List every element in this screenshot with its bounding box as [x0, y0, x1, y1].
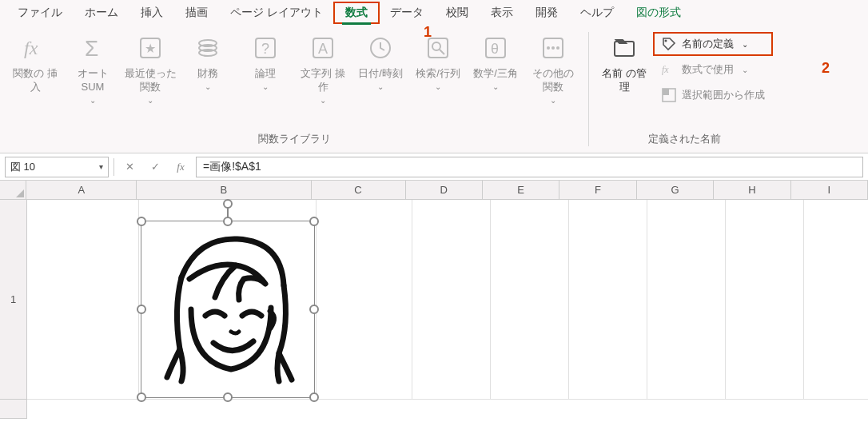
logical-button[interactable]: ? 論理 ⌄: [237, 30, 294, 94]
svg-text:fx: fx: [24, 38, 38, 58]
rotate-handle[interactable]: [223, 199, 233, 209]
resize-handle-ne[interactable]: [309, 217, 319, 226]
menu-help[interactable]: ヘルプ: [569, 2, 625, 23]
cell[interactable]: [27, 200, 139, 400]
menubar: ファイル ホーム 挿入 描画 ページ レイアウト 数式 データ 校閲 表示 開発…: [0, 0, 868, 26]
col-header-H[interactable]: H: [714, 181, 790, 200]
search-icon: [424, 34, 452, 62]
tag-card-icon: [610, 34, 639, 62]
col-header-A[interactable]: A: [26, 181, 137, 200]
name-box[interactable]: 図 10 ▾: [5, 157, 109, 177]
menu-page-layout[interactable]: ページ レイアウト: [219, 2, 334, 23]
col-header-B[interactable]: B: [137, 181, 311, 200]
cell[interactable]: [491, 200, 569, 400]
group-function-library-label: 関数ライブラリ: [6, 129, 582, 151]
resize-handle-sw[interactable]: [137, 392, 146, 402]
cancel-button[interactable]: ✕: [119, 157, 140, 177]
menu-home[interactable]: ホーム: [74, 2, 129, 23]
menu-review[interactable]: 校閲: [435, 2, 480, 23]
cell[interactable]: [647, 200, 726, 400]
resize-handle-se[interactable]: [309, 392, 319, 402]
col-header-C[interactable]: C: [312, 181, 406, 200]
name-manager-button[interactable]: 名前 の管理: [595, 30, 653, 98]
menu-insert[interactable]: 挿入: [129, 2, 174, 23]
svg-text:Σ: Σ: [85, 36, 98, 61]
datetime-button[interactable]: 日付/時刻 ⌄: [352, 30, 409, 94]
svg-point-17: [547, 46, 550, 50]
clock-icon: [366, 34, 395, 62]
recent-functions-button[interactable]: ★ 最近使った 関数 ⌄: [121, 30, 179, 108]
svg-point-13: [432, 42, 440, 50]
chevron-down-icon: ⌄: [492, 82, 499, 91]
theta-icon: θ: [481, 34, 510, 62]
menu-file[interactable]: ファイル: [6, 2, 74, 23]
text-button[interactable]: A 文字列 操作 ⌄: [294, 30, 352, 108]
resize-handle-n[interactable]: [223, 217, 233, 226]
row-headers: 1: [0, 200, 27, 419]
menu-view[interactable]: 表示: [480, 2, 524, 23]
row-header-2[interactable]: [0, 400, 27, 419]
math-button[interactable]: θ 数学/三角 ⌄: [467, 30, 524, 94]
spreadsheet-grid: A B C D E F G H I 1: [0, 181, 868, 419]
svg-rect-12: [428, 38, 448, 58]
formula-bar: 図 10 ▾ ✕ ✓ fx =画像!$A$1: [0, 153, 868, 181]
menu-formulas[interactable]: 数式: [334, 2, 379, 23]
menu-developer[interactable]: 開発: [524, 2, 569, 23]
annotation-2: 2: [822, 60, 830, 77]
check-icon: ✓: [151, 161, 160, 173]
resize-handle-e[interactable]: [309, 305, 319, 314]
enter-button[interactable]: ✓: [145, 157, 165, 177]
girl-face-illustration: [141, 221, 316, 399]
svg-rect-24: [663, 89, 669, 95]
col-header-F[interactable]: F: [559, 181, 636, 200]
chevron-down-icon: ⌄: [147, 96, 153, 105]
insert-function-button[interactable]: fx 関数の 挿入: [6, 30, 64, 98]
formula-input[interactable]: =画像!$A$1: [196, 157, 863, 177]
lookup-button[interactable]: 検索/行列 ⌄: [409, 30, 467, 94]
financial-button[interactable]: 財務 ⌄: [179, 30, 237, 94]
cell[interactable]: [317, 200, 412, 400]
create-from-selection-button[interactable]: 選択範囲から作成: [655, 85, 771, 106]
chevron-down-icon: ⌄: [742, 40, 748, 49]
menu-draw[interactable]: 描画: [174, 2, 219, 23]
tag-icon: [661, 36, 677, 52]
resize-handle-nw[interactable]: [137, 217, 146, 226]
resize-handle-s[interactable]: [223, 392, 233, 402]
fx-icon: fx: [21, 34, 50, 62]
ellipsis-icon: [539, 34, 567, 62]
select-all-button[interactable]: [0, 181, 26, 200]
star-icon: ★: [136, 34, 165, 62]
resize-handle-w[interactable]: [137, 305, 146, 314]
coins-icon: [193, 34, 222, 62]
svg-text:θ: θ: [491, 41, 499, 57]
autosum-button[interactable]: Σ オート SUM ⌄: [64, 30, 121, 108]
question-icon: ?: [251, 34, 280, 62]
use-in-formula-button[interactable]: fx 数式で使用 ⌄: [655, 59, 771, 80]
divider: [113, 158, 114, 176]
menu-picture-format[interactable]: 図の形式: [625, 2, 692, 23]
fx-small-icon: fx: [661, 62, 677, 78]
letter-a-icon: A: [309, 34, 337, 62]
cell[interactable]: [412, 200, 491, 400]
svg-text:?: ?: [261, 41, 269, 57]
selection-icon: [661, 87, 677, 103]
fx-button[interactable]: fx: [170, 157, 191, 177]
sigma-icon: Σ: [78, 34, 107, 62]
more-functions-button[interactable]: その他の 関数 ⌄: [524, 30, 582, 108]
svg-text:A: A: [318, 41, 328, 57]
svg-text:★: ★: [145, 42, 156, 55]
cells-area[interactable]: [27, 200, 868, 419]
col-header-E[interactable]: E: [483, 181, 559, 200]
col-header-G[interactable]: G: [637, 181, 714, 200]
picture-object[interactable]: [141, 221, 315, 398]
cell[interactable]: [569, 200, 647, 400]
row-header-1[interactable]: 1: [0, 200, 27, 400]
col-header-D[interactable]: D: [406, 181, 483, 200]
col-header-I[interactable]: I: [791, 181, 868, 200]
define-name-button[interactable]: 名前の定義 ⌄: [655, 34, 771, 54]
cell[interactable]: [804, 200, 868, 400]
chevron-down-icon: ⌄: [377, 82, 384, 91]
menu-data[interactable]: データ: [379, 2, 435, 23]
cell[interactable]: [726, 200, 804, 400]
chevron-down-icon: ⌄: [320, 96, 326, 105]
